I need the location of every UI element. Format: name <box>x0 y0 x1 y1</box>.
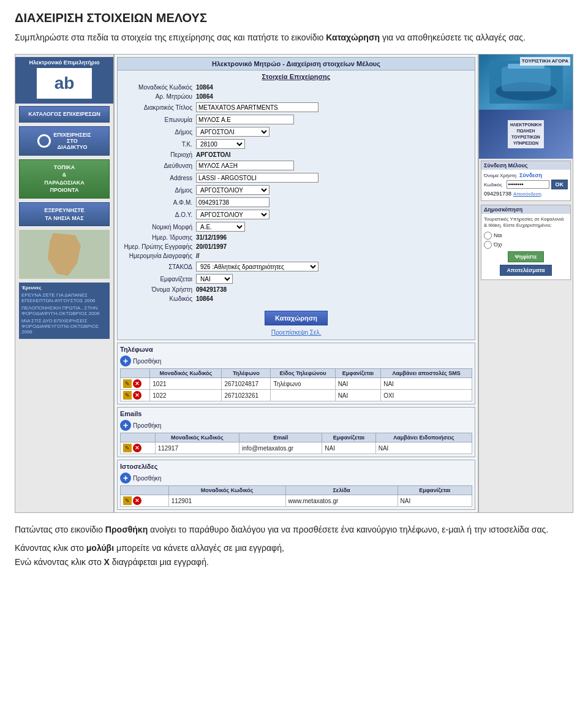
delete-email-1-icon[interactable]: ✕ <box>133 444 141 452</box>
label-periochi: Περιοχή <box>123 151 196 158</box>
web-col-monodikos: Μοναδικός Κωδικός <box>168 486 285 495</box>
add-email-button[interactable]: + Προσθήκη <box>120 420 161 431</box>
apodyndesmos-link[interactable]: Αποσύνδεση <box>513 191 541 197</box>
field-stakod: ΣΤΑΚΟΔ 926 :Αθλητικές δραστηριότητες <box>118 260 475 273</box>
radio-nai-row: Ναι <box>484 232 568 240</box>
label-kwdikos: Κωδικός <box>123 295 196 302</box>
search-epicheiriseis-button[interactable]: ΕΠΙΧΕΙΡΗΣΕΙΣ ΣΤΟ ΔΙΑΔΙΚΤΥΟ <box>19 126 110 156</box>
select-dimos2[interactable]: ΑΡΓΟΣΤΟΛΙΟΥ <box>196 185 270 195</box>
field-doy: Δ.Ο.Υ. ΑΡΓΟΣΤΟΛΙΟΥ <box>118 208 475 221</box>
value-imer-diagrafi: // <box>196 252 200 259</box>
edit-email-1-icon[interactable]: ✎ <box>123 444 132 452</box>
sidebar-link-3[interactable]: ΜΙΑ ΣΤΙΣ ΔΥΟ ΕΠΙΧΕΙΡΗΣΕΙΣ ΦΟΡΟΔΙΑΦΕΥΓΟΤΝ… <box>21 318 107 335</box>
intro-text-2: για να αποθηκεύσετε τις αλλαγές σας. <box>382 32 526 42</box>
web-1-actions: ✎ ✕ <box>121 495 169 507</box>
email-col-emfanizetai: Εμφανίζεται <box>322 433 375 442</box>
email-col-actions <box>121 433 156 442</box>
explore-islands-button[interactable]: ΕΞΕΡΕΥΝΗΣΤΕ ΤΑ ΝΗΣΙΑ ΜΑΣ <box>19 202 110 226</box>
col-sms: Λαμβάνει αποστολές SMS <box>381 369 472 378</box>
select-stakod[interactable]: 926 :Αθλητικές δραστηριότητες <box>196 262 318 271</box>
web-row-1: ✎ ✕ 112901 www.metaxatos.gr ΝΑΙ <box>121 495 472 507</box>
phone-1-type: Τηλέφωνο <box>271 378 335 390</box>
input-address[interactable] <box>196 173 318 183</box>
preview-link[interactable]: Προεπίσκεψη Σελ. <box>121 329 471 336</box>
web-1-id: 112901 <box>168 495 285 507</box>
radio-ochi[interactable] <box>484 241 492 249</box>
email-col-notify: Λαμβάνει Ειδοποιήσεις <box>375 433 472 442</box>
search-icon <box>37 134 51 148</box>
edit-phone-2-icon[interactable]: ✎ <box>123 391 132 400</box>
bottom-text: Πατώντας στο εικονίδιο Προσθήκη ανοίγει … <box>15 523 573 569</box>
results-button[interactable]: Αποτελέσματα <box>500 265 551 276</box>
web-col-actions <box>121 486 169 495</box>
label-imer-prwtis: Ημερ. Πρώτης Εγγραφής <box>123 243 196 250</box>
phone-2-number: 2671023261 <box>222 390 271 401</box>
select-doy[interactable]: ΑΡΓΟΣΤΟΛΙΟΥ <box>196 210 270 219</box>
telephones-section: Τηλέφωνα + Προσθήκη Μοναδικός Κωδικός Τη… <box>117 343 475 404</box>
field-nomiki: Νομική Μορφή Α.Ε. <box>118 221 475 233</box>
field-address: Address <box>118 172 475 184</box>
edit-phone-1-icon[interactable]: ✎ <box>123 379 132 388</box>
psifiste-button[interactable]: Ψηφίστε <box>508 251 543 262</box>
edit-web-1-icon[interactable]: ✎ <box>123 496 132 505</box>
sidebar-link-2[interactable]: ΠΕΛΟΠΟΝΗΣΙΚΗ ΠΡΩΤΙΑ...ΣΤΗΝ ΦΟΡΟΔΙΑΦΥΓΗ-Ο… <box>21 305 107 316</box>
phone-1-sms: ΝΑΙ <box>381 378 472 390</box>
user-value-row: 094291738 Αποσύνδεση <box>484 191 568 197</box>
delete-phone-1-icon[interactable]: ✕ <box>133 379 141 388</box>
input-diakritikos[interactable] <box>196 102 318 112</box>
field-ar-mitroou: Αρ. Μητρώου 10864 <box>118 92 475 101</box>
value-monodikos: 10864 <box>196 84 213 91</box>
ok-button[interactable]: OK <box>551 180 568 189</box>
phone-2-visible: ΝΑΙ <box>335 390 381 401</box>
label-address: Address <box>123 175 196 181</box>
logged-user-value: 094291738 <box>484 191 511 197</box>
kataxorisi-button[interactable]: Καταχώρηση <box>265 311 328 325</box>
select-tk[interactable]: 28100 <box>196 139 245 149</box>
epol-image: ΗΛΕΚΤΡΟΝΙΚΗ ΠΩΛΗΣΗ ΤΟΥΡΙΣΤΙΚΩΝ ΥΠΗΡΕΣΙΩΝ <box>479 110 573 159</box>
ab-logo-text: ab <box>55 74 75 93</box>
phone-2-sms: ΟΧΙ <box>381 390 472 401</box>
plus-icon: + <box>120 355 131 366</box>
local-products-button[interactable]: ΤΟΠΙΚΑ & ΠΑΡΑΔΟΣΙΑΚΑ ΠΡΟΙΟΝΤΑ <box>19 159 110 199</box>
col-eidos: Είδος Τηλεφώνου <box>271 369 335 378</box>
field-imer-prwtis: Ημερ. Πρώτης Εγγραφής 20/01/1997 <box>118 242 475 251</box>
field-afm: Α.Φ.Μ. <box>118 196 475 208</box>
delete-phone-2-icon[interactable]: ✕ <box>133 391 141 400</box>
add-phone-button[interactable]: + Προσθήκη <box>120 355 161 366</box>
emails-header: Emails <box>120 410 472 417</box>
radio-nai[interactable] <box>484 232 492 240</box>
phone-1-visible: ΝΑΙ <box>335 378 381 390</box>
email-1-id: 112917 <box>155 442 239 454</box>
field-dimos2: Δήμος ΑΡΓΟΣΤΟΛΙΟΥ <box>118 184 475 196</box>
delete-web-1-icon[interactable]: ✕ <box>133 496 141 505</box>
label-nomiki: Νομική Μορφή <box>123 224 196 230</box>
add-website-button[interactable]: + Προσθήκη <box>120 473 161 484</box>
field-emfanizetai: Εμφανίζεται ΝΑΙ <box>118 273 475 285</box>
phone-row-1: ✎ ✕ 1021 2671024817 Τηλέφωνο ΝΑΙ ΝΑΙ <box>121 378 472 390</box>
select-dimos[interactable]: ΑΡΓΟΣΤΟΛΙ <box>196 127 270 137</box>
websites-header: Ιστοσελίδες <box>120 463 472 470</box>
email-col-monodikos: Μοναδικός Κωδικός <box>155 433 239 442</box>
input-eponymia[interactable] <box>196 115 294 124</box>
label-tk: Τ.Κ. <box>123 141 196 148</box>
password-row: Κωδικός OK <box>484 180 568 189</box>
col-monodikos: Μοναδικός Κωδικός <box>150 369 222 378</box>
map-shape <box>46 233 83 276</box>
label-emfanizetai: Εμφανίζεται <box>123 276 196 283</box>
input-diefthynsi[interactable] <box>196 161 294 170</box>
input-afm[interactable] <box>196 197 270 207</box>
label-dimos2: Δήμος <box>123 187 196 194</box>
catalog-button[interactable]: ΚΑΤΑΛΟΓΟΣ ΕΠΙΧΕΙΡΕΣΩΝ <box>19 106 110 123</box>
password-input[interactable] <box>507 180 549 189</box>
label-stakod: ΣΤΑΚΟΔ <box>123 264 196 270</box>
form-buttons: Καταχώρηση Προεπίσκεψη Σελ. <box>118 303 475 340</box>
select-nomiki[interactable]: Α.Ε. <box>196 222 245 232</box>
website-plus-icon: + <box>120 473 131 484</box>
label-dimos: Δήμος <box>123 129 196 135</box>
email-plus-icon: + <box>120 420 131 431</box>
phone-2-id: 1022 <box>150 390 222 401</box>
sidebar-link-1[interactable]: ΕΡΕΥΝΑ ΖΕΤΕ ΓΙΑ ΔΑΠΑΝΕΣ ΕΠΙΣΚΕΠΤΩΝ-ΑΥΓΟΥ… <box>21 292 107 303</box>
web-1-visible: ΝΑΙ <box>398 495 472 507</box>
intro-text-1: Συμπληρώστε στα πεδία τα στοιχεία της επ… <box>15 32 323 42</box>
select-emfanizetai[interactable]: ΝΑΙ <box>196 274 233 284</box>
